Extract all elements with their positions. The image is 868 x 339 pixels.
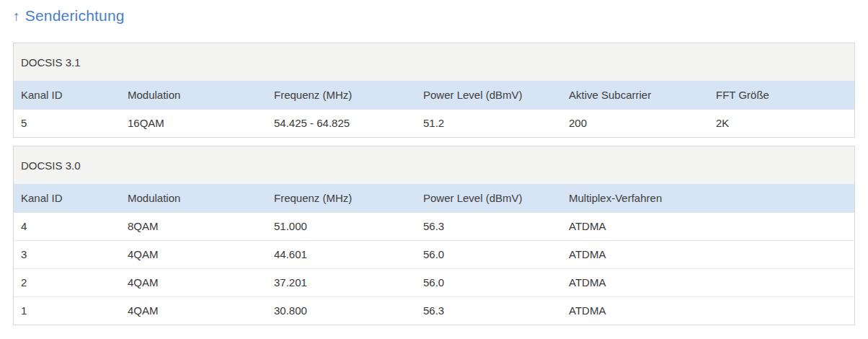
channel-table-panel: DOCSIS 3.1Kanal IDModulationFrequenz (MH… — [13, 43, 855, 138]
channel-table: Kanal IDModulationFrequenz (MHz)Power Le… — [14, 81, 854, 137]
table-cell: 56.0 — [416, 241, 562, 269]
table-row: 34QAM44.60156.0ATDMA — [14, 241, 854, 269]
table-header: Kanal IDModulationFrequenz (MHz)Power Le… — [14, 184, 854, 213]
table-cell: 3 — [14, 241, 120, 269]
column-header: Power Level (dBmV) — [416, 184, 562, 213]
table-cell: 200 — [562, 110, 709, 137]
up-arrow-icon: ↑ — [13, 9, 20, 24]
page-title: ↑Senderichtung — [13, 6, 855, 26]
table-cell: 51.000 — [267, 213, 416, 241]
channel-table-panel: DOCSIS 3.0Kanal IDModulationFrequenz (MH… — [13, 146, 855, 325]
upstream-status-page: ↑Senderichtung DOCSIS 3.1Kanal IDModulat… — [0, 0, 868, 325]
table-row: 48QAM51.00056.3ATDMA — [14, 213, 854, 241]
table-cell: 56.3 — [416, 297, 562, 325]
column-header: Kanal ID — [14, 184, 120, 213]
column-header: Frequenz (MHz) — [267, 184, 416, 213]
table-header-row: Kanal IDModulationFrequenz (MHz)Power Le… — [14, 184, 854, 213]
column-header: Aktive Subcarrier — [562, 81, 709, 110]
table-cell: ATDMA — [562, 241, 854, 269]
column-header: Multiplex-Verfahren — [562, 184, 854, 213]
column-header: Modulation — [120, 81, 267, 110]
channel-table: Kanal IDModulationFrequenz (MHz)Power Le… — [14, 184, 854, 325]
table-cell: 56.0 — [416, 269, 562, 297]
table-cell: 37.201 — [267, 269, 416, 297]
table-cell: 5 — [14, 110, 120, 137]
column-header: Frequenz (MHz) — [267, 81, 416, 110]
table-cell: 4QAM — [120, 241, 267, 269]
table-cell: ATDMA — [562, 269, 854, 297]
table-cell: 56.3 — [416, 213, 562, 241]
tables-container: DOCSIS 3.1Kanal IDModulationFrequenz (MH… — [13, 43, 855, 325]
section-title: DOCSIS 3.1 — [14, 43, 854, 81]
column-header: Kanal ID — [14, 81, 120, 110]
table-cell: 30.800 — [267, 297, 416, 325]
column-header: Modulation — [120, 184, 267, 213]
table-cell: ATDMA — [562, 297, 854, 325]
table-cell: 4QAM — [120, 297, 267, 325]
table-header-row: Kanal IDModulationFrequenz (MHz)Power Le… — [14, 81, 854, 110]
table-cell: 16QAM — [120, 110, 267, 137]
page-title-text: Senderichtung — [25, 7, 125, 24]
table-cell: 4 — [14, 213, 120, 241]
table-header: Kanal IDModulationFrequenz (MHz)Power Le… — [14, 81, 854, 110]
column-header: FFT Größe — [709, 81, 854, 110]
table-cell: 8QAM — [120, 213, 267, 241]
table-cell: 1 — [14, 297, 120, 325]
table-body: 48QAM51.00056.3ATDMA34QAM44.60156.0ATDMA… — [14, 213, 854, 325]
table-cell: 2K — [709, 110, 854, 137]
table-cell: 44.601 — [267, 241, 416, 269]
table-cell: ATDMA — [562, 213, 854, 241]
table-cell: 54.425 - 64.825 — [267, 110, 416, 137]
table-cell: 2 — [14, 269, 120, 297]
table-cell: 4QAM — [120, 269, 267, 297]
table-row: 14QAM30.80056.3ATDMA — [14, 297, 854, 325]
table-row: 24QAM37.20156.0ATDMA — [14, 269, 854, 297]
table-cell: 51.2 — [416, 110, 562, 137]
table-row: 516QAM54.425 - 64.82551.22002K — [14, 110, 854, 137]
table-body: 516QAM54.425 - 64.82551.22002K — [14, 110, 854, 137]
column-header: Power Level (dBmV) — [416, 81, 562, 110]
section-title: DOCSIS 3.0 — [14, 146, 854, 184]
